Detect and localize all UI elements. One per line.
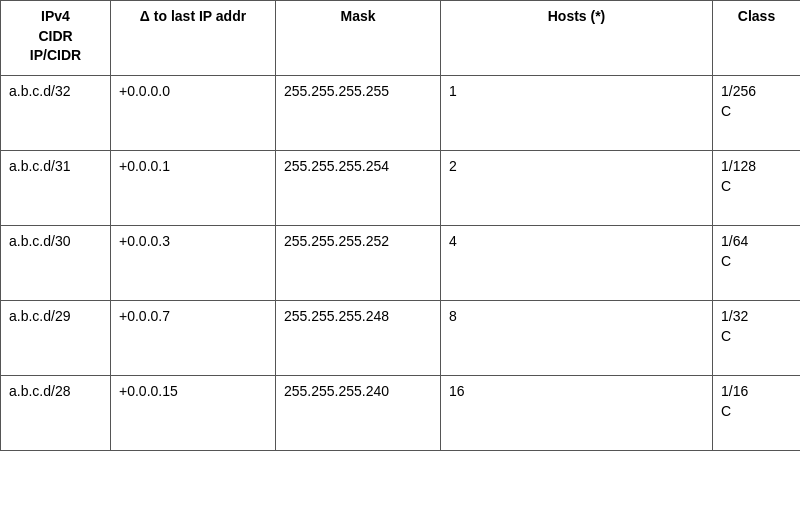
cell-class: 1/16C (713, 376, 801, 451)
cell-class-line1: 1/128 (721, 158, 756, 174)
ip-cidr-table: IPv4 CIDR IP/CIDR Δ to last IP addr Mask… (0, 0, 800, 451)
cell-class: 1/32C (713, 301, 801, 376)
cell-class-line1: 1/32 (721, 308, 748, 324)
header-mask: Mask (276, 1, 441, 76)
header-ipcidr: IPv4 CIDR IP/CIDR (1, 1, 111, 76)
cell-class-line1: 1/16 (721, 383, 748, 399)
table-row: a.b.c.d/32+0.0.0.0255.255.255.25511/256C (1, 76, 801, 151)
cell-mask: 255.255.255.254 (276, 151, 441, 226)
cell-class-line2: C (721, 253, 731, 269)
cell-ipcidr: a.b.c.d/32 (1, 76, 111, 151)
cell-class-line1: 1/64 (721, 233, 748, 249)
cell-delta: +0.0.0.3 (111, 226, 276, 301)
cell-mask: 255.255.255.248 (276, 301, 441, 376)
cell-hosts: 4 (441, 226, 713, 301)
cell-class: 1/64C (713, 226, 801, 301)
cell-hosts: 1 (441, 76, 713, 151)
header-ipcidr-text3: IP/CIDR (30, 47, 81, 63)
cell-mask: 255.255.255.255 (276, 76, 441, 151)
cell-class-line2: C (721, 103, 731, 119)
table-header-row: IPv4 CIDR IP/CIDR Δ to last IP addr Mask… (1, 1, 801, 76)
table-row: a.b.c.d/28+0.0.0.15255.255.255.240161/16… (1, 376, 801, 451)
header-mask-text: Mask (340, 8, 375, 24)
cell-ipcidr: a.b.c.d/30 (1, 226, 111, 301)
cell-class-line2: C (721, 403, 731, 419)
header-ipcidr-text2: CIDR (38, 28, 72, 44)
cell-mask: 255.255.255.240 (276, 376, 441, 451)
cell-mask: 255.255.255.252 (276, 226, 441, 301)
cell-class-line1: 1/256 (721, 83, 756, 99)
cell-ipcidr: a.b.c.d/29 (1, 301, 111, 376)
cell-ipcidr: a.b.c.d/31 (1, 151, 111, 226)
header-delta-text: Δ to last IP addr (140, 8, 246, 24)
cell-hosts: 2 (441, 151, 713, 226)
cell-delta: +0.0.0.15 (111, 376, 276, 451)
cell-ipcidr: a.b.c.d/28 (1, 376, 111, 451)
cell-delta: +0.0.0.0 (111, 76, 276, 151)
header-class: Class (713, 1, 801, 76)
header-class-text: Class (738, 8, 775, 24)
header-hosts-text: Hosts (*) (548, 8, 606, 24)
table-row: a.b.c.d/30+0.0.0.3255.255.255.25241/64C (1, 226, 801, 301)
cell-class-line2: C (721, 328, 731, 344)
table-container: IPv4 CIDR IP/CIDR Δ to last IP addr Mask… (0, 0, 800, 512)
cell-class-line2: C (721, 178, 731, 194)
table-row: a.b.c.d/29+0.0.0.7255.255.255.24881/32C (1, 301, 801, 376)
cell-class: 1/128C (713, 151, 801, 226)
header-hosts: Hosts (*) (441, 1, 713, 76)
cell-delta: +0.0.0.7 (111, 301, 276, 376)
header-ipcidr-text: IPv4 (41, 8, 70, 24)
cell-delta: +0.0.0.1 (111, 151, 276, 226)
cell-class: 1/256C (713, 76, 801, 151)
header-delta: Δ to last IP addr (111, 1, 276, 76)
cell-hosts: 8 (441, 301, 713, 376)
cell-hosts: 16 (441, 376, 713, 451)
table-row: a.b.c.d/31+0.0.0.1255.255.255.25421/128C (1, 151, 801, 226)
